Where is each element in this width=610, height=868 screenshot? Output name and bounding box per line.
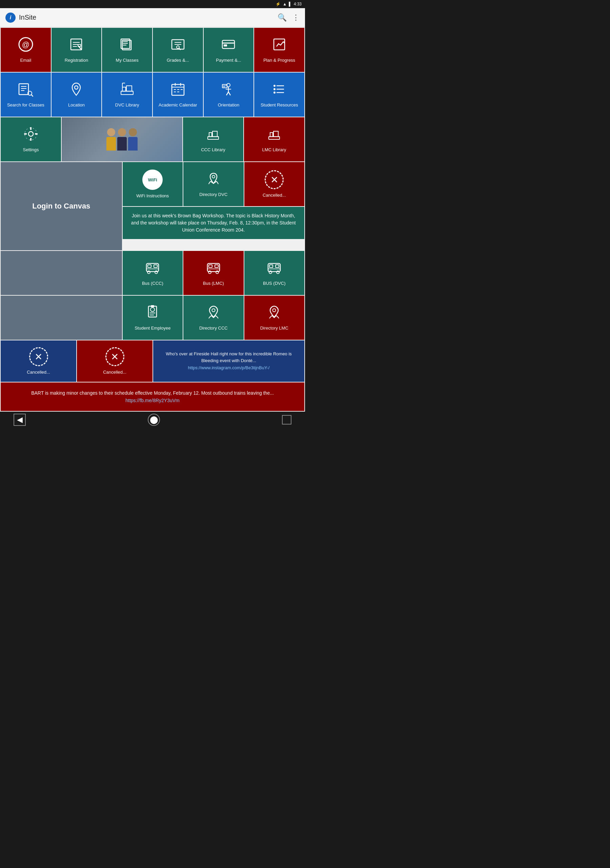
tile-directory-ccc[interactable]: Directory CCC (183, 296, 243, 340)
svg-rect-31 (126, 86, 132, 91)
tile-cancelled-2[interactable]: ✕ Cancelled... (77, 340, 153, 382)
tile-student-resources[interactable]: Student Resources (254, 73, 304, 117)
back-button[interactable]: ◀ (14, 414, 26, 426)
email-icon: @ (18, 37, 33, 54)
app-header: i InSite 🔍 ⋮ (0, 8, 305, 27)
search-icon[interactable]: 🔍 (277, 13, 287, 22)
tile-directory-dvc[interactable]: Directory DVC (183, 162, 243, 206)
tile-directory-lmc[interactable]: Directory LMC (244, 296, 304, 340)
tile-wifi-instructions[interactable]: WiFi WiFi Instructions (123, 162, 183, 206)
svg-rect-61 (30, 138, 31, 141)
svg-point-97 (273, 308, 276, 312)
main-content: @ Email Registration My Classes Grades &… (0, 27, 305, 412)
person-head-2 (118, 128, 126, 136)
tile-cancelled-top[interactable]: ✕ Cancelled... (244, 162, 304, 206)
svg-rect-49 (222, 84, 227, 88)
recents-button[interactable] (282, 415, 291, 425)
row2-grid: Search for Classes Location DVC Library … (0, 73, 305, 117)
my-classes-icon (120, 37, 135, 54)
svg-text:@: @ (22, 40, 29, 49)
tile-bus-ccc-label: Bus (CCC) (142, 281, 163, 286)
announcement-tile: Join us at this week's Brown Bag Worksho… (123, 207, 304, 239)
svg-rect-29 (121, 91, 133, 95)
header-right: 🔍 ⋮ (277, 13, 300, 22)
tile-bus-ccc[interactable]: Bus (CCC) (123, 251, 183, 295)
bottom-section: ✕ Cancelled... ✕ Cancelled... Who's over… (0, 340, 305, 383)
plan-progress-icon (272, 37, 287, 54)
bart-link[interactable]: https://fb.me/8Ry2Y3uVm (125, 398, 180, 403)
payment-icon (221, 37, 236, 54)
tile-ccc-library[interactable]: CCC Library (183, 117, 243, 161)
tile-dvc-library[interactable]: DVC Library (102, 73, 152, 117)
directory-ccc-icon (206, 305, 221, 322)
svg-rect-62 (24, 133, 27, 135)
news-tile: Who's over at Fireside Hall right now fo… (153, 340, 304, 382)
tile-registration[interactable]: Registration (51, 28, 102, 72)
tile-location-label: Location (68, 102, 85, 108)
people-image (62, 117, 182, 161)
bus-row: Bus (CCC) Bus (LMC) BUS (DVC) (123, 251, 304, 295)
svg-rect-60 (30, 127, 31, 130)
tile-email[interactable]: @ Email (1, 28, 51, 72)
news-link[interactable]: https://www.instagram.com/p/Be3tijnBuY-/ (188, 365, 270, 370)
tile-settings[interactable]: Settings (1, 117, 61, 161)
tile-cancelled-1[interactable]: ✕ Cancelled... (1, 340, 76, 382)
row1-grid: @ Email Registration My Classes Grades &… (0, 27, 305, 73)
bus-ccc-icon (145, 260, 160, 277)
lmc-library-icon (267, 127, 282, 144)
svg-point-55 (274, 88, 276, 90)
right-column: WiFi WiFi Instructions Directory DVC ✕ C… (123, 162, 304, 239)
home-button[interactable]: ⬤ (148, 414, 160, 426)
svg-line-27 (31, 95, 33, 97)
cancelled-2-icon: ✕ (105, 347, 124, 366)
bart-text-container: BART is making minor changes to their sc… (31, 389, 274, 405)
tile-my-classes[interactable]: My Classes (102, 28, 152, 72)
svg-rect-30 (122, 87, 126, 91)
tile-bus-dvc[interactable]: BUS (DVC) (244, 251, 304, 295)
tile-my-classes-label: My Classes (116, 57, 139, 63)
svg-line-47 (226, 92, 228, 95)
cancelled-top-icon: ✕ (265, 170, 284, 189)
student-resources-icon (272, 82, 287, 99)
svg-rect-69 (270, 133, 273, 136)
tile-grades[interactable]: Grades &... (153, 28, 203, 72)
tile-directory-lmc-label: Directory LMC (260, 326, 288, 331)
emp-row: Student Employee Directory CCC Directory… (123, 296, 304, 340)
canvas-extension (1, 251, 122, 295)
tile-lmc-library-label: LMC Library (262, 147, 286, 153)
student-employee-icon (145, 305, 160, 322)
wifi-badge-text: WiFi (148, 177, 157, 183)
tile-login-canvas[interactable]: Login to Canvas (1, 162, 122, 250)
tile-plan-progress[interactable]: Plan & Progress (254, 28, 304, 72)
tile-bus-lmc[interactable]: Bus (LMC) (183, 251, 243, 295)
bluetooth-icon: ⚡ (276, 2, 280, 6)
tile-grades-label: Grades &... (167, 57, 189, 63)
wifi-signal-icon: ▲ (283, 2, 287, 6)
svg-rect-7 (78, 44, 81, 46)
tile-orientation[interactable]: Orientation (204, 73, 254, 117)
search-classes-icon (18, 82, 33, 99)
app-title: InSite (19, 14, 36, 22)
wifi-badge: WiFi (142, 169, 163, 190)
wifi-row: WiFi WiFi Instructions Directory DVC ✕ C… (123, 162, 304, 206)
tile-search-classes[interactable]: Search for Classes (1, 73, 51, 117)
svg-rect-65 (209, 133, 212, 136)
tile-lmc-library[interactable]: LMC Library (244, 117, 304, 161)
svg-point-57 (274, 91, 276, 94)
tile-payment[interactable]: Payment &... (204, 28, 254, 72)
orientation-icon (221, 82, 236, 99)
app-logo: i (5, 12, 15, 23)
tile-student-employee-label: Student Employee (135, 326, 170, 331)
svg-point-28 (74, 86, 78, 89)
people-figures (107, 128, 138, 150)
tile-location[interactable]: Location (51, 73, 102, 117)
tile-student-employee[interactable]: Student Employee (123, 296, 183, 340)
dvc-library-icon (120, 82, 135, 99)
bart-tile: BART is making minor changes to their sc… (1, 383, 304, 411)
tile-academic-calendar[interactable]: Academic Calendar (153, 73, 203, 117)
ccc-library-icon (206, 127, 221, 144)
svg-point-58 (28, 132, 33, 136)
status-bar: ⚡ ▲ ▌ 4:33 (0, 0, 305, 8)
person-body-1 (107, 137, 116, 150)
menu-icon[interactable]: ⋮ (292, 13, 300, 22)
